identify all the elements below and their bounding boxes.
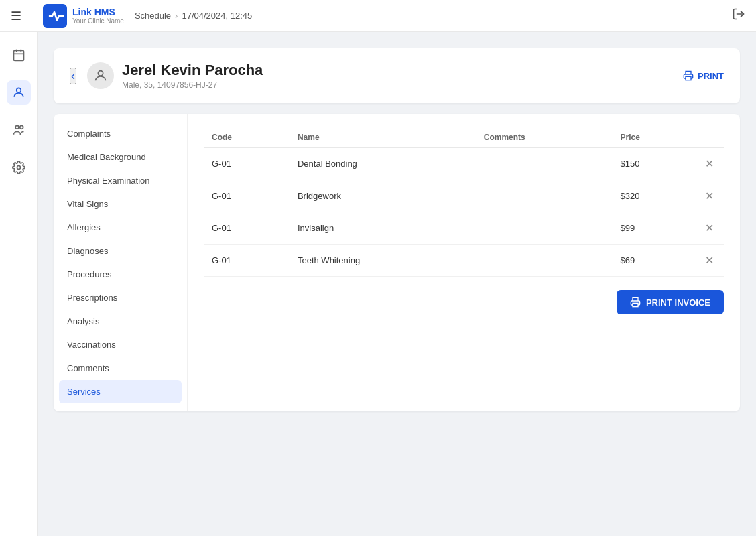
nav-item-physical-examination[interactable]: Physical Examination <box>54 169 187 192</box>
patient-avatar <box>87 62 114 89</box>
nav-item-procedures[interactable]: Procedures <box>54 263 187 286</box>
services-table: Code Name Comments Price G-01 Dental Bon… <box>204 127 724 277</box>
svg-point-8 <box>19 125 23 129</box>
remove-button[interactable]: ✕ <box>705 222 714 234</box>
svg-rect-12 <box>633 303 638 306</box>
cell-name: Dental Bonding <box>290 148 476 180</box>
col-header-actions <box>697 127 724 148</box>
nav-item-diagnoses[interactable]: Diagnoses <box>54 239 187 263</box>
logo-name: Link HMS <box>72 7 124 18</box>
print-label: PRINT <box>698 71 724 81</box>
svg-point-6 <box>16 88 21 92</box>
patient-meta: Male, 35, 14097856-HJ-27 <box>122 80 263 90</box>
col-header-code: Code <box>204 127 290 148</box>
table-row: G-01 Invisalign $99 ✕ <box>204 212 724 245</box>
cell-comments <box>476 180 613 212</box>
svg-rect-11 <box>686 76 691 80</box>
svg-point-9 <box>17 166 20 170</box>
patient-card: ‹ Jerel Kevin Parocha Male, 35, 14097856… <box>54 48 740 103</box>
col-header-comments: Comments <box>476 127 613 148</box>
remove-button[interactable]: ✕ <box>705 254 714 267</box>
svg-point-7 <box>15 125 19 129</box>
col-header-name: Name <box>290 127 476 148</box>
cell-price: $99 <box>613 212 697 245</box>
cell-code: G-01 <box>204 245 290 277</box>
nav-item-services[interactable]: Services <box>59 380 182 403</box>
breadcrumb: Schedule › 17/04/2024, 12:45 <box>135 11 252 21</box>
left-nav: Complaints Medical Background Physical E… <box>54 114 188 411</box>
nav-icon-settings[interactable] <box>7 155 31 180</box>
svg-point-10 <box>98 71 103 76</box>
col-header-price: Price <box>613 127 697 148</box>
nav-icon-patient[interactable] <box>7 80 31 105</box>
cell-remove[interactable]: ✕ <box>697 212 724 245</box>
nav-item-vaccinations[interactable]: Vaccinations <box>54 333 187 356</box>
hamburger-icon[interactable]: ☰ <box>11 9 21 23</box>
cell-remove[interactable]: ✕ <box>697 180 724 212</box>
nav-item-prescriptions[interactable]: Prescriptions <box>54 286 187 310</box>
breadcrumb-schedule[interactable]: Schedule <box>135 11 171 21</box>
nav-item-comments[interactable]: Comments <box>54 356 187 380</box>
print-invoice-label: PRINT INVOICE <box>646 297 710 308</box>
cell-comments <box>476 212 613 245</box>
services-content: Code Name Comments Price G-01 Dental Bon… <box>188 114 740 411</box>
table-row: G-01 Dental Bonding $150 ✕ <box>204 148 724 180</box>
logo: Link HMS Your Clinic Name <box>43 4 124 28</box>
cell-price: $69 <box>613 245 697 277</box>
cell-remove[interactable]: ✕ <box>697 245 724 277</box>
nav-icon-calendar[interactable] <box>7 43 31 67</box>
logout-icon[interactable] <box>732 7 745 24</box>
cell-name: Bridgework <box>290 180 476 212</box>
cell-price: $150 <box>613 148 697 180</box>
table-row: G-01 Bridgework $320 ✕ <box>204 180 724 212</box>
logo-subtitle: Your Clinic Name <box>72 17 124 25</box>
cell-price: $320 <box>613 180 697 212</box>
nav-icon-group[interactable] <box>7 118 31 142</box>
cell-comments <box>476 245 613 277</box>
cell-code: G-01 <box>204 212 290 245</box>
cell-name: Invisalign <box>290 212 476 245</box>
print-invoice-button[interactable]: PRINT INVOICE <box>617 290 724 314</box>
cell-code: G-01 <box>204 180 290 212</box>
table-row: G-01 Teeth Whitening $69 ✕ <box>204 245 724 277</box>
back-button[interactable]: ‹ <box>70 68 76 84</box>
nav-item-analysis[interactable]: Analysis <box>54 310 187 333</box>
cell-name: Teeth Whitening <box>290 245 476 277</box>
breadcrumb-chevron: › <box>175 11 178 21</box>
page-body: Complaints Medical Background Physical E… <box>54 114 740 411</box>
svg-rect-2 <box>13 50 23 60</box>
breadcrumb-date: 17/04/2024, 12:45 <box>182 11 252 21</box>
nav-item-vital-signs[interactable]: Vital Signs <box>54 192 187 216</box>
remove-button[interactable]: ✕ <box>705 190 714 202</box>
patient-name: Jerel Kevin Parocha <box>122 62 263 79</box>
nav-item-allergies[interactable]: Allergies <box>54 216 187 239</box>
cell-remove[interactable]: ✕ <box>697 148 724 180</box>
cell-comments <box>476 148 613 180</box>
cell-code: G-01 <box>204 148 290 180</box>
remove-button[interactable]: ✕ <box>705 157 714 170</box>
nav-item-medical-background[interactable]: Medical Background <box>54 145 187 169</box>
nav-item-complaints[interactable]: Complaints <box>54 122 187 145</box>
print-button[interactable]: PRINT <box>683 70 724 81</box>
